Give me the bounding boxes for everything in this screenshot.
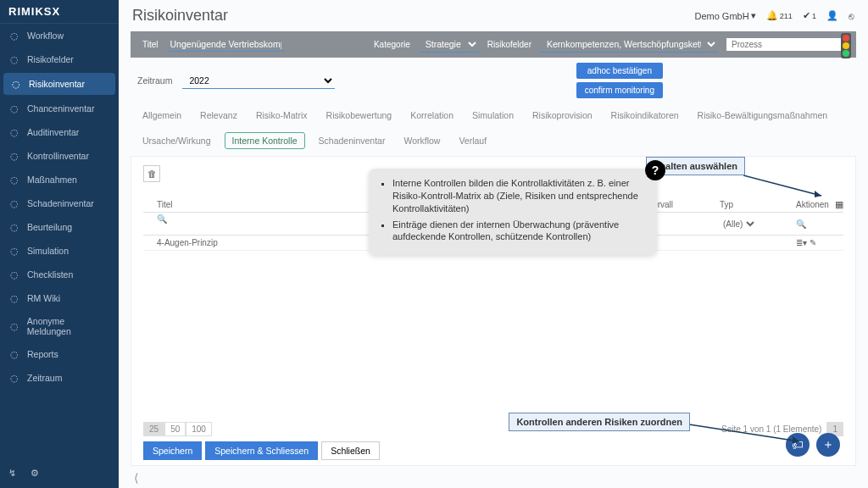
tab-workflow[interactable]: Workflow bbox=[398, 132, 445, 149]
kategorie-label: Kategorie bbox=[374, 40, 410, 49]
light-yellow bbox=[843, 42, 849, 49]
close-button[interactable]: Schließen bbox=[321, 441, 380, 460]
sidebar: RIMIKSX ◌Workflow◌Risikofelder◌Risikoinv… bbox=[0, 0, 119, 488]
chevron-left-icon[interactable]: ⟨ bbox=[134, 471, 138, 485]
sidebar-item-beurteilung[interactable]: ◌Beurteilung bbox=[0, 215, 119, 239]
fab-add[interactable]: ＋ bbox=[816, 433, 840, 457]
tab-schadeninventar[interactable]: Schadeninventar bbox=[314, 132, 391, 149]
trash-button[interactable]: 🗑 bbox=[143, 165, 160, 182]
check-icon[interactable]: ✔1 bbox=[803, 10, 816, 21]
menu-icon: ◌ bbox=[8, 53, 20, 65]
svg-marker-3 bbox=[793, 436, 799, 444]
share-icon[interactable]: ↯ bbox=[8, 468, 22, 481]
sidebar-item-risikofelder[interactable]: ◌Risikofelder bbox=[0, 47, 119, 71]
menu-icon: ◌ bbox=[10, 78, 22, 90]
sidebar-item-kontrollinventar[interactable]: ◌Kontrollinventar bbox=[0, 144, 119, 168]
main: Risikoinventar Demo GmbH ▾ 🔔211 ✔1 👤 ⎋ T… bbox=[119, 0, 868, 488]
annotation-assign: Kontrollen anderen Risiken zuordnen bbox=[509, 413, 690, 431]
brand-x: X bbox=[53, 5, 61, 18]
light-red bbox=[843, 35, 849, 42]
sidebar-item-chanceninventar[interactable]: ◌Chanceninventar bbox=[0, 97, 119, 120]
row-action-list-icon[interactable]: ≣▾ bbox=[796, 238, 807, 247]
tab-relevanz[interactable]: Relevanz bbox=[195, 107, 242, 124]
svg-marker-1 bbox=[815, 191, 821, 197]
tab-interne-kontrolle[interactable]: Interne Kontrolle bbox=[225, 132, 305, 149]
save-button[interactable]: Speichern bbox=[143, 441, 202, 460]
menu-icon: ◌ bbox=[8, 245, 20, 257]
svg-line-2 bbox=[689, 424, 799, 441]
tab-risikoprovision[interactable]: Risikoprovision bbox=[527, 107, 598, 124]
tab-ursache-wirkung[interactable]: Ursache/Wirkung bbox=[137, 132, 216, 149]
menu-icon: ◌ bbox=[8, 221, 20, 233]
tab-risikoindikatoren[interactable]: Risikoindikatoren bbox=[606, 107, 684, 124]
sidebar-item-simulation[interactable]: ◌Simulation bbox=[0, 239, 119, 263]
tab-risiko-matrix[interactable]: Risiko-Matrix bbox=[251, 107, 313, 124]
sidebar-item-anonyme-meldungen[interactable]: ◌Anonyme Meldungen bbox=[0, 310, 119, 342]
sidebar-item-risikoinventar[interactable]: ◌Risikoinventar bbox=[3, 73, 115, 95]
page-size-50[interactable]: 50 bbox=[164, 422, 186, 436]
menu-icon: ◌ bbox=[8, 150, 20, 162]
sidebar-item-rm-wiki[interactable]: ◌RM Wiki bbox=[0, 286, 119, 310]
sidebar-bottom: ↯ ⚙ bbox=[0, 461, 119, 488]
light-green bbox=[843, 50, 849, 57]
meta-bar: Titel Kategorie Strategie Risikofelder K… bbox=[131, 31, 856, 58]
menu-icon: ◌ bbox=[8, 320, 20, 332]
zeitraum-label: Zeitraum bbox=[137, 75, 172, 86]
help-icon: ? bbox=[645, 160, 665, 180]
tab-korrelation[interactable]: Korrelation bbox=[405, 107, 459, 124]
zeitraum-select[interactable]: 2022 bbox=[182, 73, 335, 89]
menu-icon: ◌ bbox=[8, 197, 20, 209]
menu-icon: ◌ bbox=[8, 348, 20, 360]
menu-icon: ◌ bbox=[8, 292, 20, 304]
row-action-edit-icon[interactable]: ✎ bbox=[810, 238, 816, 247]
callout-line-1: Interne Kontrollen bilden die Kontrollak… bbox=[392, 177, 645, 215]
help-callout: ? Interne Kontrollen bilden die Kontroll… bbox=[369, 169, 657, 255]
org-selector[interactable]: Demo GmbH ▾ bbox=[694, 10, 755, 21]
sidebar-item-checklisten[interactable]: ◌Checklisten bbox=[0, 263, 119, 286]
title-label: Titel bbox=[142, 40, 159, 49]
tab-verlauf[interactable]: Verlauf bbox=[453, 132, 492, 149]
menu-icon: ◌ bbox=[8, 269, 20, 280]
adhoc-button[interactable]: adhoc bestätigen bbox=[576, 63, 663, 79]
tab-simulation[interactable]: Simulation bbox=[467, 107, 519, 124]
gear-icon[interactable]: ⚙ bbox=[31, 468, 44, 481]
user-icon[interactable]: 👤 bbox=[826, 10, 838, 21]
sidebar-item-zeitraum[interactable]: ◌Zeitraum bbox=[0, 366, 119, 390]
topbar-right: Demo GmbH ▾ 🔔211 ✔1 👤 ⎋ bbox=[694, 10, 854, 21]
risikofelder-select[interactable]: Kernkompetenzen, Wertschöpfungskette bbox=[540, 36, 718, 53]
logout-icon[interactable]: ⎋ bbox=[849, 11, 854, 21]
filter-typ[interactable]: (Alle) bbox=[720, 219, 757, 230]
content-panel: 🗑 Spalten auswählen ▦ ? Interne Kontroll… bbox=[131, 156, 856, 466]
callout-line-2: Einträge dienen der internen Überwachung… bbox=[392, 219, 645, 244]
page-size-100[interactable]: 100 bbox=[186, 422, 212, 436]
tab-risikobewertung[interactable]: Risikobewertung bbox=[321, 107, 398, 124]
menu-icon: ◌ bbox=[8, 372, 20, 384]
sidebar-item-reports[interactable]: ◌Reports bbox=[0, 342, 119, 366]
sidebar-item-auditinventar[interactable]: ◌Auditinventar bbox=[0, 120, 119, 144]
title-input[interactable] bbox=[167, 37, 285, 52]
save-close-button[interactable]: Speichern & Schliessen bbox=[205, 441, 318, 460]
tabs: AllgemeinRelevanzRisiko-MatrixRisikobewe… bbox=[119, 103, 868, 151]
menu-icon: ◌ bbox=[8, 174, 20, 186]
kategorie-select[interactable]: Strategie bbox=[419, 36, 479, 53]
tab-risiko-bew-ltigungsma-nahmen[interactable]: Risiko-Bewältigungsmaßnahmen bbox=[693, 107, 833, 124]
traffic-light bbox=[841, 33, 851, 58]
risikofelder-label: Risikofelder bbox=[487, 40, 531, 49]
period-row: Zeitraum 2022 adhoc bestätigen confirm m… bbox=[119, 58, 868, 103]
svg-line-0 bbox=[743, 175, 821, 196]
brand-text: RIMIKS bbox=[8, 5, 53, 18]
page-size-25[interactable]: 25 bbox=[143, 422, 164, 436]
confirm-button[interactable]: confirm monitoring bbox=[576, 82, 663, 98]
brand-logo: RIMIKSX bbox=[0, 0, 119, 24]
menu-icon: ◌ bbox=[8, 103, 20, 114]
tab-allgemein[interactable]: Allgemein bbox=[137, 107, 186, 124]
page-title: Risikoinventar bbox=[132, 7, 684, 25]
sidebar-item-workflow[interactable]: ◌Workflow bbox=[0, 24, 119, 47]
sidebar-item-schadeninventar[interactable]: ◌Schadeninventar bbox=[0, 191, 119, 215]
bell-icon[interactable]: 🔔211 bbox=[766, 10, 793, 21]
sidebar-item-maßnahmen[interactable]: ◌Maßnahmen bbox=[0, 168, 119, 191]
column-chooser-icon[interactable]: ▦ bbox=[835, 199, 843, 210]
nav-chevrons: ⟨ bbox=[119, 468, 868, 488]
menu-icon: ◌ bbox=[8, 30, 20, 42]
prozess-input[interactable] bbox=[726, 38, 844, 51]
